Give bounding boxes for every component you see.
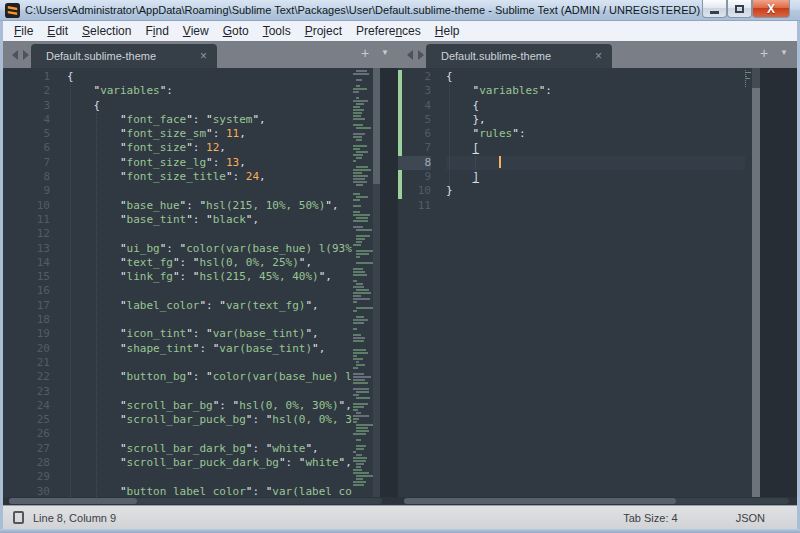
tab-overflow-icon[interactable]: ▼ [381,49,389,57]
line-number: 29 [3,470,50,484]
vertical-scrollbar-left[interactable] [373,68,380,497]
line-number: 4 [398,99,431,113]
tab-scroll-right-icon[interactable] [418,50,424,60]
tab-default-sublime-theme-right[interactable]: Default.sublime-theme × [426,44,612,68]
status-panel-icon[interactable] [13,511,24,524]
tab-scroll-right-icon[interactable] [23,50,29,60]
minimap-right[interactable] [745,70,752,496]
code-line[interactable]: "icon_tint": "var(base_tint)", [67,327,352,341]
cursor-position[interactable]: Line 8, Column 9 [33,512,116,524]
code-line[interactable]: "font_size": 12, [67,141,352,155]
code-line[interactable] [67,427,352,441]
editor-right[interactable]: 234567891011 { "variables": { }, "rules"… [398,68,797,505]
menu-goto[interactable]: Goto [216,22,256,40]
menu-view[interactable]: View [176,22,216,40]
code-line[interactable] [67,284,352,298]
line-number: 1 [3,70,50,84]
code-line[interactable]: } [446,184,746,198]
code-line[interactable]: }, [446,113,746,127]
code-line[interactable] [67,227,352,241]
code-line[interactable]: "variables": [446,84,746,98]
code-line[interactable]: [ [446,141,746,155]
scrollbar-thumb[interactable] [373,68,380,184]
scrollbar-thumb[interactable] [404,498,676,504]
line-number: 6 [398,127,431,141]
code-line[interactable]: { [67,99,352,113]
tab-controls: + ▼ [760,46,788,60]
line-number: 4 [3,113,50,127]
line-number: 12 [3,227,50,241]
menu-find[interactable]: Find [138,22,175,40]
menu-edit[interactable]: Edit [40,22,75,40]
editor-left[interactable]: 1234567891011121314151617181920212223242… [3,68,398,505]
code-line[interactable] [67,356,352,370]
tab-bar-left: Default.sublime-theme × + ▼ [3,41,398,68]
scrollbar-thumb[interactable] [752,68,760,88]
line-number: 7 [398,141,431,155]
code-line[interactable]: "link_fg": "hsl(215, 45%, 40%)", [67,270,352,284]
menu-preferences[interactable]: Preferences [349,22,428,40]
code-line[interactable]: "button_bg": "color(var(base_hue) l(9 [67,370,352,384]
maximize-button[interactable] [727,0,752,18]
code-line[interactable]: "font_size_title": 24, [67,170,352,184]
tab-nav-arrows [12,50,29,60]
close-button[interactable]: X [752,0,790,18]
menu-selection[interactable]: Selection [75,22,138,40]
new-tab-icon[interactable]: + [361,46,369,60]
code-line[interactable]: { [67,70,352,84]
sublime-logo-icon [5,3,20,18]
editor-workspace: Default.sublime-theme × + ▼ 123456789101… [3,41,797,505]
tab-overflow-icon[interactable]: ▼ [780,49,788,57]
code-line[interactable] [67,184,352,198]
code-line[interactable]: "label_color": "var(text_fg)", [67,299,352,313]
line-number: 8 [3,170,50,184]
scrollbar-thumb[interactable] [9,498,137,504]
code-line[interactable]: "ui_bg": "color(var(base_hue) l(93%)) [67,242,352,256]
code-line[interactable] [67,313,352,327]
status-right: Tab Size: 4 JSON [623,512,787,524]
minimize-icon [710,11,719,14]
title-bar[interactable]: C:\Users\Administrator\AppData\Roaming\S… [0,0,800,21]
minimap-left[interactable] [352,70,373,496]
code-line[interactable] [67,385,352,399]
code-line[interactable]: "base_tint": "black", [67,213,352,227]
code-line[interactable]: { [446,99,746,113]
code-line[interactable]: ] [446,170,746,184]
code-line[interactable] [67,470,352,484]
tab-scroll-left-icon[interactable] [12,50,18,60]
tab-close-icon[interactable]: × [200,50,207,62]
code-line[interactable]: "rules": [446,127,746,141]
line-number: 2 [398,70,431,84]
code-line[interactable]: "text_fg": "hsl(0, 0%, 25%)", [67,256,352,270]
tab-default-sublime-theme-left[interactable]: Default.sublime-theme × [31,44,217,68]
menu-file[interactable]: File [7,22,40,40]
menu-tools[interactable]: Tools [256,22,298,40]
code-line[interactable]: "font_face": "system", [67,113,352,127]
code-line[interactable]: "variables": [67,84,352,98]
tab-nav-arrows [407,50,424,60]
vertical-scrollbar-right[interactable] [752,68,760,497]
tab-size-indicator[interactable]: Tab Size: 4 [623,512,677,524]
minimize-button[interactable] [702,0,727,18]
code-left[interactable]: { "variables": { "font_face": "system", … [67,70,352,499]
new-tab-icon[interactable]: + [760,46,768,60]
code-line[interactable]: "shape_tint": "var(base_tint)", [67,342,352,356]
menu-help[interactable]: Help [428,22,467,40]
code-line[interactable]: "base_hue": "hsl(215, 10%, 50%)", [67,199,352,213]
line-number: 9 [3,184,50,198]
syntax-indicator[interactable]: JSON [736,512,765,524]
code-line[interactable]: "scroll_bar_puck_dark_bg": "white", [67,456,352,470]
code-line[interactable] [446,156,746,170]
menu-project[interactable]: Project [298,22,349,40]
code-line[interactable]: "font_size_sm": 11, [67,127,352,141]
code-right[interactable]: { "variables": { }, "rules": [ ]} [446,70,746,213]
line-number: 15 [3,270,50,284]
code-line[interactable]: "scroll_bar_dark_bg": "white", [67,442,352,456]
code-line[interactable]: "font_size_lg": 13, [67,156,352,170]
tab-close-icon[interactable]: × [595,50,602,62]
code-line[interactable]: "scroll_bar_bg": "hsl(0, 0%, 30%)", [67,399,352,413]
code-line[interactable]: { [446,70,746,84]
code-line[interactable]: "scroll_bar_puck_bg": "hsl(0, 0%, 30% [67,413,352,427]
code-line[interactable] [446,199,746,213]
tab-scroll-left-icon[interactable] [407,50,413,60]
